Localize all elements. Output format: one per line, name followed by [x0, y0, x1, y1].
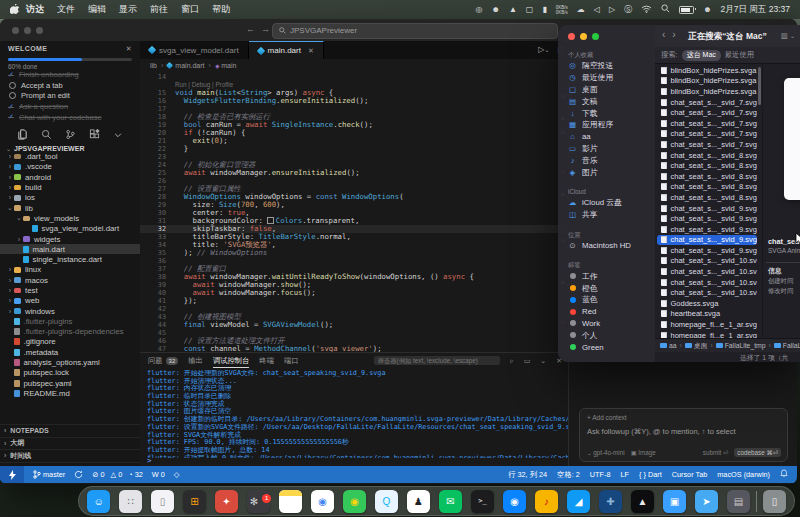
file-row-0[interactable]: blindBox_hidePrizes.svga	[657, 65, 757, 76]
status-item-5[interactable]: Cursor Tab	[672, 470, 708, 479]
file-row-20[interactable]: chat_seat_s..._svid_10.svga	[657, 277, 757, 288]
source-control-icon[interactable]	[65, 129, 76, 140]
code-line-44[interactable]: 44 final viewModel = SVGAViewModel();	[140, 321, 568, 329]
tree-item-widgets[interactable]: ›widgets	[0, 234, 140, 244]
panel-filter-input[interactable]: 筛选器(例如 text, !exclude, \escape)	[374, 356, 500, 365]
file-row-13[interactable]: chat_seat_s..._svid_9.svga	[657, 203, 757, 214]
dock-app-trash[interactable]: ▯	[763, 490, 786, 513]
path-item-FallaLite[interactable]: FallaLite	[774, 342, 800, 349]
scope-this-mac[interactable]: 这台 Mac	[682, 50, 721, 61]
code-editor[interactable]: 14Run | Debug | Profile15void main(List<…	[140, 71, 568, 354]
tree-item-single_instance.dart[interactable]: single_instance.dart	[0, 254, 140, 264]
panel-tab-端口[interactable]: 端口	[284, 353, 299, 368]
dock-app-navy-app[interactable]: ✚	[599, 490, 622, 513]
stage-manager-icon[interactable]: ▲	[509, 6, 517, 14]
dock-prefs-icon[interactable]: ▮	[542, 6, 546, 14]
status-item-2[interactable]: UTF-8	[590, 470, 611, 479]
sidebar-section-NOTEPADS[interactable]: ›NOTEPADS	[0, 424, 140, 437]
code-line-35[interactable]: 35 ); // WindowOptions	[140, 249, 568, 257]
breadcrumb-item-main[interactable]: ◈ main	[215, 62, 236, 69]
sidebar-item-音乐[interactable]: ♪音乐	[558, 154, 655, 166]
model-selector[interactable]: ⌄ gpt-4o-mini	[587, 449, 625, 456]
image-button[interactable]: ▣ Image	[631, 449, 656, 456]
file-row-22[interactable]: Goddess.svga	[657, 298, 757, 309]
code-line-16[interactable]: 16 WidgetsFlutterBinding.ensureInitializ…	[140, 97, 568, 105]
tab-svga_view_model.dart[interactable]: svga_view_model.dart	[140, 41, 249, 59]
sidebar-item-工作[interactable]: 工作	[558, 270, 655, 282]
git-branch-status[interactable]: master	[33, 470, 65, 479]
close-icon[interactable]: ✕	[126, 45, 132, 53]
file-row-5[interactable]: chat_seat_s..._svid_7.svga	[657, 118, 757, 129]
path-item-aa[interactable]: aa	[660, 342, 677, 349]
sidebar-item-桌面[interactable]: ▢桌面	[558, 84, 655, 96]
dock-app-qq[interactable]: ♟	[407, 490, 430, 513]
tree-item-pubspec.lock[interactable]: pubspec.lock	[0, 368, 140, 378]
net-speed-indicator[interactable]: 0KB/s0KB/s	[556, 5, 568, 15]
sidebar-item-iCloud 云盘[interactable]: ☁iCloud 云盘	[558, 197, 655, 209]
sidebar-item-个人[interactable]: 个人	[558, 329, 655, 341]
path-item-FallaLite_tmp[interactable]: FallaLite_tmp	[716, 342, 766, 349]
display-icon[interactable]: ▢	[526, 6, 534, 14]
chat-input[interactable]: + Add context Ask followup (⌘Y), @ to me…	[579, 408, 788, 462]
tree-item-svga_view_model.dart[interactable]: svga_view_model.dart	[0, 224, 140, 234]
user-icon[interactable]: ☻	[703, 6, 711, 14]
close-tab-icon[interactable]: ✕	[308, 47, 314, 55]
status-item-4[interactable]: { } Dart	[639, 470, 662, 479]
file-row-11[interactable]: chat_seat_s..._svid_8.svga	[657, 182, 757, 193]
console-prompt[interactable]: >	[147, 456, 152, 465]
panel-tab-终端[interactable]: 终端	[259, 353, 274, 368]
sidebar-item-Macintosh HD[interactable]: ⊙Macintosh HD	[558, 240, 655, 252]
file-row-9[interactable]: chat_seat_s..._svid_8.svga	[657, 160, 757, 171]
input-source-icon[interactable]: Ⓢ	[624, 6, 632, 14]
sidebar-item-文稿[interactable]: ▤文稿	[558, 95, 655, 107]
zoom-window-button[interactable]	[36, 27, 43, 34]
battery-icon[interactable]	[679, 6, 694, 14]
dock-app-launchpad[interactable]: ∷	[119, 490, 142, 513]
tree-item-macos[interactable]: ›macos	[0, 275, 140, 285]
tree-item-analysis_options.yaml[interactable]: analysis_options.yaml	[0, 357, 140, 367]
scrollbar[interactable]	[758, 67, 761, 105]
file-row-18[interactable]: chat_seat_s..._svid_10.svga	[657, 256, 757, 267]
file-row-3[interactable]: chat_seat_s..._svid_7.svga	[657, 97, 757, 108]
panel-tab-输出[interactable]: 输出	[188, 353, 203, 368]
sidebar-item-共享[interactable]: ◫共享	[558, 209, 655, 221]
tree-item-pubspec.yaml[interactable]: pubspec.yaml	[0, 378, 140, 388]
panel-tab-调试控制台[interactable]: 调试控制台	[213, 353, 249, 368]
search-icon[interactable]	[661, 4, 670, 15]
file-row-2[interactable]: blindBox_hidePrizes.svga	[657, 86, 757, 97]
status-item-1[interactable]: 空格: 2	[557, 470, 580, 480]
tree-item-test[interactable]: ›test	[0, 285, 140, 295]
dock-app-iphone-mirroring[interactable]: ▯	[151, 490, 174, 513]
voice-icon[interactable]: ☻	[491, 6, 499, 14]
tree-item-ios[interactable]: ›ios	[0, 193, 140, 203]
remote-indicator[interactable]	[0, 466, 24, 483]
dock-app-bird-app[interactable]: ➤	[695, 490, 718, 513]
tree-item-.vscode[interactable]: ›.vscode	[0, 162, 140, 172]
files-icon[interactable]	[17, 129, 28, 140]
close-window-button[interactable]	[12, 27, 19, 34]
ports-status[interactable]: W 0	[152, 470, 165, 479]
tab-main.dart[interactable]: main.dart✕	[249, 41, 324, 59]
tree-item-android[interactable]: ›android	[0, 172, 140, 182]
breadcrumb-item-main.dart[interactable]: main.dart	[167, 62, 204, 69]
welcome-item-2[interactable]: Prompt an edit	[8, 91, 132, 102]
sidebar-item-Green[interactable]: Green	[558, 341, 655, 353]
file-row-7[interactable]: chat_seat_s..._svid_7.svga	[657, 139, 757, 150]
menu-bar-clock[interactable]: 2月7日 周五 23:37	[721, 4, 790, 16]
scope-recents[interactable]: 最近使用	[725, 50, 754, 60]
nav-back-button[interactable]: ←	[246, 24, 255, 34]
command-center-search[interactable]: JPSVGAPreviewer	[272, 23, 558, 39]
tree-item-windows[interactable]: ›windows	[0, 306, 140, 316]
tree-item-.flutter-plugins[interactable]: .flutter-plugins	[0, 316, 140, 326]
now-playing-icon[interactable]: ▷	[609, 6, 615, 14]
add-context-button[interactable]: + Add context	[587, 414, 627, 421]
dock-app-terminal[interactable]: >_	[471, 490, 494, 513]
code-line-21[interactable]: 21 exit(0);	[140, 137, 568, 145]
submit-button[interactable]: submit ⏎	[703, 449, 729, 456]
dock-app-gray-app[interactable]: ▤	[727, 490, 750, 513]
nav-forward-button[interactable]: →	[261, 24, 270, 34]
sidebar-item-隔空投送[interactable]: ◎隔空投送	[558, 60, 655, 72]
panel-tab-问题[interactable]: 问题32	[148, 353, 178, 368]
minimize-window-button[interactable]	[580, 33, 587, 40]
sidebar-item-图片[interactable]: ◈图片	[558, 166, 655, 178]
